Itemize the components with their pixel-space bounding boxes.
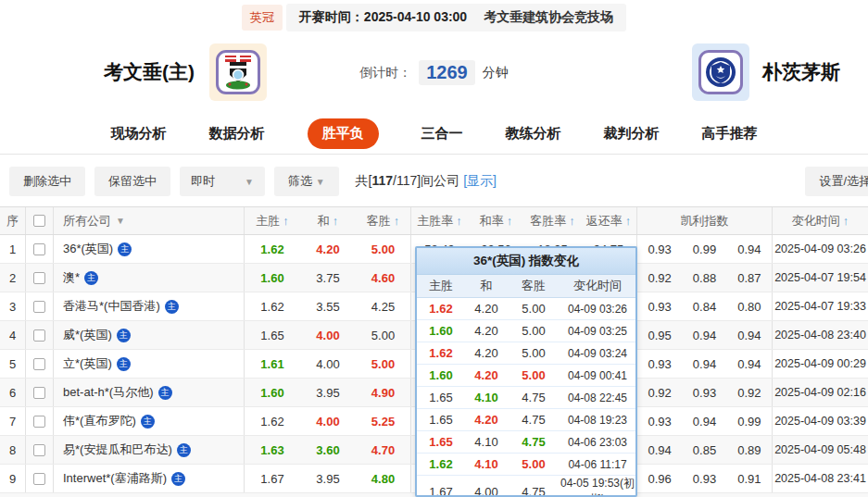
odds-value: 3.60 — [300, 443, 356, 457]
company-label: 伟*(直布罗陀) — [63, 413, 136, 429]
odds-history-popup: 36*(英国) 指数变化 主胜和客胜变化时间 1.624.205.0004-09… — [415, 246, 637, 497]
sort-asc-icon: ↑ — [394, 214, 400, 228]
row-checkbox[interactable] — [33, 358, 45, 370]
popup-header-cell: 和 — [465, 278, 508, 294]
header-company[interactable]: 所有公司▼ — [54, 207, 245, 234]
popup-change-time: 04-09 03:24 — [560, 347, 635, 360]
sort-asc-icon: ↑ — [569, 214, 575, 228]
company-name[interactable]: 澳*主 — [54, 264, 245, 292]
settings-select-button[interactable]: 设置/选择 — [805, 167, 868, 196]
filter-label: 筛选 — [288, 174, 312, 188]
company-name[interactable]: 36*(英国)主 — [54, 235, 245, 263]
popup-odds-value: 1.65 — [417, 391, 465, 404]
select-all-checkbox[interactable] — [33, 215, 45, 227]
popup-odds-value: 4.20 — [465, 413, 508, 427]
header-away-rate[interactable]: 客胜率↑ — [524, 213, 581, 230]
row-checkbox[interactable] — [33, 272, 45, 284]
change-time: 2025-04-09 00:29 — [773, 357, 868, 370]
tab-胜平负[interactable]: 胜平负 — [308, 118, 379, 149]
odds-value: 3.95 — [300, 386, 356, 400]
away-team-name: 朴茨茅斯 — [762, 59, 840, 85]
row-checkbox[interactable] — [33, 444, 45, 456]
company-name[interactable]: 易*(安提瓜和巴布达)主 — [54, 436, 245, 464]
row-select[interactable] — [26, 379, 54, 406]
company-name[interactable]: 威*(英国)主 — [54, 321, 245, 349]
kelly-value: 0.92 — [727, 386, 772, 400]
header-home-rate[interactable]: 主胜率↑ — [411, 213, 468, 230]
popup-odds-value: 4.10 — [465, 457, 508, 471]
row-seq: 1 — [0, 235, 26, 263]
company-name[interactable]: 香港马*(中国香港)主 — [54, 292, 245, 320]
home-odds-icon: 主 — [117, 357, 131, 371]
keep-selected-button[interactable]: 保留选中 — [94, 167, 170, 196]
header-change-time[interactable]: 变化时间↑ — [773, 213, 868, 230]
header-draw-odds[interactable]: 和↑ — [300, 213, 356, 230]
row-select[interactable] — [26, 292, 54, 320]
header-return-rate[interactable]: 返还率↑ — [581, 207, 637, 234]
league-badge: 英冠 — [242, 5, 283, 31]
home-odds-icon: 主 — [158, 386, 172, 400]
company-name[interactable]: Interwet*(塞浦路斯)主 — [54, 465, 245, 492]
header-away-odds[interactable]: 客胜↑ — [356, 207, 411, 234]
countdown-value: 1269 — [419, 60, 475, 85]
odds-value: 4.70 — [356, 436, 411, 464]
odds-table-header: 序 所有公司▼ 主胜↑ 和↑ 客胜↑ 主胜率↑ 和率↑ 客胜率↑ 返还率↑ 凯利… — [0, 206, 868, 235]
company-label: 澳* — [63, 269, 80, 286]
row-seq: 8 — [0, 436, 26, 464]
header-select-all[interactable] — [26, 207, 54, 234]
row-checkbox[interactable] — [33, 243, 45, 255]
row-select[interactable] — [26, 407, 54, 435]
odds-mode-select[interactable]: 即时 ▼ — [180, 167, 265, 196]
sort-asc-icon: ↑ — [843, 214, 849, 228]
row-select[interactable] — [26, 235, 54, 263]
tab-教练分析[interactable]: 教练分析 — [506, 118, 561, 149]
odds-value: 4.60 — [356, 264, 411, 292]
popup-odds-value: 1.62 — [417, 457, 465, 471]
odds-comparison-page: 英冠 开赛时间：2025-04-10 03:00 考文垂建筑协会竞技场 考文垂(… — [0, 0, 868, 497]
odds-value: 3.95 — [300, 472, 356, 486]
company-name[interactable]: bet-at-h*(马尔他)主 — [54, 379, 245, 406]
chevron-down-icon: ▼ — [316, 177, 325, 187]
row-select[interactable] — [26, 264, 54, 292]
header-home-odds[interactable]: 主胜↑ — [245, 213, 300, 230]
row-select[interactable] — [26, 465, 54, 492]
venue-name: 考文垂建筑协会竞技场 — [484, 9, 613, 26]
table-toolbar: 删除选中 保留选中 即时 ▼ 筛选 ▼ 共[117/117]间公司[显示] 设置… — [0, 155, 868, 204]
row-checkbox[interactable] — [33, 416, 45, 428]
filter-button[interactable]: 筛选 ▼ — [274, 167, 339, 196]
popup-odds-value: 5.00 — [508, 368, 560, 382]
popup-change-time: 04-09 03:25 — [560, 325, 635, 338]
row-select[interactable] — [26, 321, 54, 349]
popup-odds-value: 5.00 — [508, 324, 560, 338]
odds-value: 3.75 — [300, 271, 356, 285]
company-name[interactable]: 伟*(直布罗陀)主 — [54, 407, 245, 435]
show-link[interactable]: [显示] — [463, 173, 497, 188]
row-checkbox[interactable] — [33, 301, 45, 313]
tab-高手推荐[interactable]: 高手推荐 — [702, 118, 758, 149]
tab-裁判分析[interactable]: 裁判分析 — [604, 118, 660, 149]
tab-现场分析[interactable]: 现场分析 — [111, 118, 167, 149]
kelly-value: 0.93 — [637, 415, 682, 429]
kelly-values: 0.960.930.91 — [637, 465, 773, 492]
tab-三合一[interactable]: 三合一 — [421, 118, 463, 149]
popup-change-time: 04-06 11:17 — [560, 458, 635, 471]
popup-row: 1.624.205.0004-09 03:26 — [417, 298, 635, 320]
row-checkbox[interactable] — [33, 473, 45, 485]
popup-row: 1.654.104.7504-08 22:45 — [417, 387, 635, 409]
row-select[interactable] — [26, 350, 54, 378]
popup-header-cell: 主胜 — [417, 278, 465, 294]
popup-odds-value: 1.62 — [417, 302, 465, 316]
popup-header-cell: 变化时间 — [560, 278, 635, 294]
company-name[interactable]: 立*(英国)主 — [54, 350, 245, 378]
row-checkbox[interactable] — [33, 387, 45, 399]
header-draw-rate[interactable]: 和率↑ — [468, 213, 524, 230]
home-odds-icon: 主 — [141, 415, 155, 429]
row-select[interactable] — [26, 436, 54, 464]
odds-value: 5.00 — [356, 350, 411, 378]
kelly-value: 0.89 — [727, 443, 772, 457]
row-checkbox[interactable] — [33, 329, 45, 342]
header-kelly: 凯利指数 — [637, 207, 773, 234]
company-label: 立*(英国) — [63, 355, 112, 372]
delete-selected-button[interactable]: 删除选中 — [9, 167, 85, 196]
tab-数据分析[interactable]: 数据分析 — [209, 118, 265, 149]
